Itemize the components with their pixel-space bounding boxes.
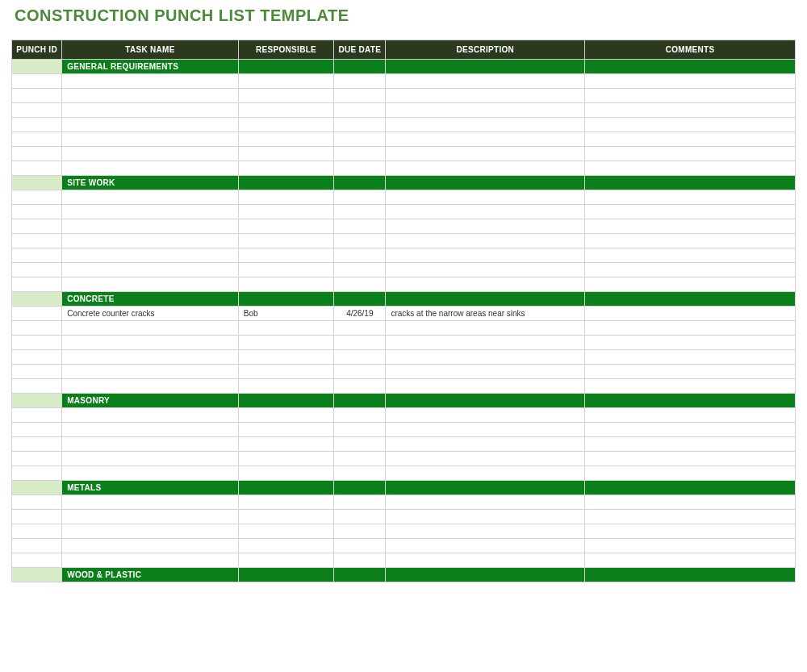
empty-cell[interactable] xyxy=(12,350,62,365)
empty-cell[interactable] xyxy=(585,103,796,118)
empty-cell[interactable] xyxy=(334,365,386,379)
empty-cell[interactable] xyxy=(386,408,585,423)
empty-cell[interactable] xyxy=(12,408,62,423)
empty-cell[interactable] xyxy=(585,466,796,481)
empty-cell[interactable] xyxy=(585,452,796,466)
empty-cell[interactable] xyxy=(585,350,796,365)
empty-cell[interactable] xyxy=(238,379,333,394)
empty-cell[interactable] xyxy=(386,350,585,365)
empty-cell[interactable] xyxy=(238,161,333,176)
empty-cell[interactable] xyxy=(585,161,796,176)
empty-cell[interactable] xyxy=(585,379,796,394)
empty-cell[interactable] xyxy=(238,336,333,350)
empty-cell[interactable] xyxy=(62,161,239,176)
empty-cell[interactable] xyxy=(585,321,796,336)
empty-cell[interactable] xyxy=(334,423,386,437)
empty-cell[interactable] xyxy=(238,74,333,89)
empty-cell[interactable] xyxy=(386,495,585,510)
empty-cell[interactable] xyxy=(585,539,796,553)
empty-cell[interactable] xyxy=(12,161,62,176)
section-id-cell[interactable] xyxy=(12,176,62,190)
empty-cell[interactable] xyxy=(62,408,239,423)
empty-cell[interactable] xyxy=(386,234,585,248)
empty-cell[interactable] xyxy=(62,190,239,205)
empty-cell[interactable] xyxy=(386,553,585,568)
empty-cell[interactable] xyxy=(238,118,333,132)
empty-cell[interactable] xyxy=(12,132,62,147)
empty-cell[interactable] xyxy=(585,408,796,423)
empty-cell[interactable] xyxy=(585,263,796,278)
empty-cell[interactable] xyxy=(62,248,239,263)
empty-cell[interactable] xyxy=(12,336,62,350)
empty-cell[interactable] xyxy=(238,278,333,292)
empty-cell[interactable] xyxy=(12,553,62,568)
empty-cell[interactable] xyxy=(62,539,239,553)
section-empty-cell[interactable] xyxy=(386,176,585,190)
empty-cell[interactable] xyxy=(62,103,239,118)
empty-cell[interactable] xyxy=(12,219,62,234)
empty-cell[interactable] xyxy=(334,350,386,365)
empty-cell[interactable] xyxy=(334,452,386,466)
empty-cell[interactable] xyxy=(12,379,62,394)
section-empty-cell[interactable] xyxy=(238,60,333,74)
section-empty-cell[interactable] xyxy=(238,292,333,307)
section-id-cell[interactable] xyxy=(12,292,62,307)
section-id-cell[interactable] xyxy=(12,394,62,408)
empty-cell[interactable] xyxy=(12,452,62,466)
empty-cell[interactable] xyxy=(334,147,386,161)
section-empty-cell[interactable] xyxy=(334,394,386,408)
empty-cell[interactable] xyxy=(585,553,796,568)
empty-cell[interactable] xyxy=(12,437,62,452)
empty-cell[interactable] xyxy=(12,495,62,510)
empty-cell[interactable] xyxy=(386,524,585,539)
empty-cell[interactable] xyxy=(62,278,239,292)
section-empty-cell[interactable] xyxy=(585,394,796,408)
empty-cell[interactable] xyxy=(12,103,62,118)
section-empty-cell[interactable] xyxy=(334,481,386,495)
empty-cell[interactable] xyxy=(238,553,333,568)
empty-cell[interactable] xyxy=(62,379,239,394)
empty-cell[interactable] xyxy=(334,408,386,423)
empty-cell[interactable] xyxy=(585,205,796,219)
section-empty-cell[interactable] xyxy=(585,568,796,582)
empty-cell[interactable] xyxy=(386,190,585,205)
empty-cell[interactable] xyxy=(386,365,585,379)
empty-cell[interactable] xyxy=(386,103,585,118)
empty-cell[interactable] xyxy=(238,466,333,481)
section-id-cell[interactable] xyxy=(12,60,62,74)
empty-cell[interactable] xyxy=(62,321,239,336)
section-empty-cell[interactable] xyxy=(386,292,585,307)
empty-cell[interactable] xyxy=(334,118,386,132)
empty-cell[interactable] xyxy=(238,190,333,205)
section-empty-cell[interactable] xyxy=(585,481,796,495)
empty-cell[interactable] xyxy=(12,423,62,437)
empty-cell[interactable] xyxy=(334,553,386,568)
empty-cell[interactable] xyxy=(62,234,239,248)
section-empty-cell[interactable] xyxy=(238,481,333,495)
empty-cell[interactable] xyxy=(386,205,585,219)
empty-cell[interactable] xyxy=(334,132,386,147)
section-empty-cell[interactable] xyxy=(238,394,333,408)
empty-cell[interactable] xyxy=(62,336,239,350)
empty-cell[interactable] xyxy=(238,147,333,161)
section-empty-cell[interactable] xyxy=(585,176,796,190)
empty-cell[interactable] xyxy=(62,74,239,89)
empty-cell[interactable] xyxy=(585,234,796,248)
empty-cell[interactable] xyxy=(238,219,333,234)
empty-cell[interactable] xyxy=(386,437,585,452)
empty-cell[interactable] xyxy=(62,466,239,481)
empty-cell[interactable] xyxy=(585,336,796,350)
empty-cell[interactable] xyxy=(585,74,796,89)
empty-cell[interactable] xyxy=(334,539,386,553)
cell-comments[interactable] xyxy=(585,307,796,321)
empty-cell[interactable] xyxy=(386,161,585,176)
empty-cell[interactable] xyxy=(386,510,585,524)
section-empty-cell[interactable] xyxy=(386,568,585,582)
empty-cell[interactable] xyxy=(62,89,239,103)
empty-cell[interactable] xyxy=(238,248,333,263)
empty-cell[interactable] xyxy=(334,103,386,118)
empty-cell[interactable] xyxy=(12,248,62,263)
empty-cell[interactable] xyxy=(585,495,796,510)
section-empty-cell[interactable] xyxy=(386,60,585,74)
section-empty-cell[interactable] xyxy=(386,481,585,495)
